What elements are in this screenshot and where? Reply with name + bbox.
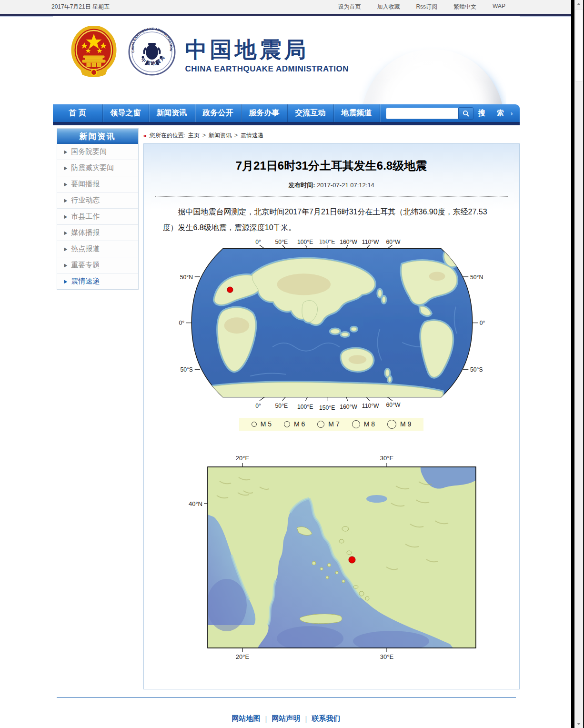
magnitude-circle-icon: [317, 421, 324, 428]
svg-text:40°N: 40°N: [188, 500, 202, 507]
sidebar-item-disaster-reduction[interactable]: ▶ 防震减灾要闻: [57, 160, 138, 176]
sidebar-item-hot-topics[interactable]: ▶ 热点报道: [57, 241, 138, 257]
site-footer: 网站地图 | 网站声明 | 联系我们 中华人民共和国计算机信息网络国际联网单位备…: [53, 714, 520, 728]
svg-text:100°E: 100°E: [297, 240, 312, 245]
sidebar-item-earthquake-express[interactable]: ▶ 震情速递: [57, 273, 138, 289]
cea-seal-logo: CHINA EARTHQUAKE ADMINISTRATION 中 国 地 震 …: [128, 27, 176, 79]
triangle-right-icon: ▶: [64, 246, 67, 252]
svg-text:60°W: 60°W: [386, 402, 400, 408]
sidebar-item-special-topics[interactable]: ▶ 重要专题: [57, 257, 138, 273]
epicenter-marker-region: [349, 556, 355, 563]
rss-link[interactable]: Rss订阅: [416, 3, 437, 11]
breadcrumb-current[interactable]: 震情速递: [241, 131, 263, 140]
svg-text:0°: 0°: [255, 240, 261, 245]
search-arrow-icon[interactable]: ›: [511, 110, 513, 117]
footer-statement-link[interactable]: 网站声明: [272, 714, 301, 723]
earth-globe-image: [359, 45, 506, 104]
utility-links: 设为首页 加入收藏 Rss订阅 繁體中文 WAP: [338, 3, 505, 11]
svg-text:110°W: 110°W: [362, 403, 379, 409]
sidebar-item-headlines[interactable]: ▶ 要闻播报: [57, 176, 138, 192]
magnitude-legend: M 5 M 6 M 7 M 8 M 9: [239, 418, 424, 431]
browser-viewport: 2017年7月21日 星期五 设为首页 加入收藏 Rss订阅 繁體中文 WAP: [0, 0, 572, 728]
sidebar-item-label: 重要专题: [71, 261, 100, 270]
nav-leadership[interactable]: 领导之窗: [103, 104, 149, 122]
scrollbar-thumb[interactable]: [575, 9, 583, 81]
world-map-image: 0° 50°E 100°E 150°E 160°W 110°W 60°W: [170, 240, 493, 415]
nav-earthquake-channel[interactable]: 地震频道: [334, 104, 380, 122]
svg-text:150°E: 150°E: [319, 240, 334, 245]
footer-sitemap-link[interactable]: 网站地图: [232, 714, 261, 723]
nav-services[interactable]: 服务办事: [242, 104, 288, 122]
wap-link[interactable]: WAP: [493, 3, 505, 11]
current-date: 2017年7月21日 星期五: [51, 3, 110, 11]
triangle-right-icon: ▶: [64, 279, 67, 284]
scroll-down-button[interactable]: [574, 720, 583, 728]
svg-text:150°E: 150°E: [319, 404, 334, 411]
svg-text:20°E: 20°E: [235, 653, 249, 660]
svg-text:160°W: 160°W: [340, 403, 357, 410]
sidebar-item-label: 行业动态: [71, 196, 100, 205]
breadcrumb-home[interactable]: 主页: [188, 131, 200, 140]
nav-home[interactable]: 首 页: [53, 104, 103, 122]
svg-text:50°E: 50°E: [275, 240, 288, 245]
svg-text:50°S: 50°S: [180, 366, 193, 373]
sidebar-item-media[interactable]: ▶ 媒体播报: [57, 225, 138, 241]
world-map-figure: 0° 50°E 100°E 150°E 160°W 110°W 60°W: [144, 240, 519, 431]
breadcrumb-marker-icon: »: [143, 132, 147, 139]
triangle-right-icon: ▶: [64, 149, 67, 154]
site-title-cn: 中国地震局: [185, 39, 349, 61]
nav-interaction[interactable]: 交流互动: [288, 104, 334, 122]
site-brand: 中国地震局 CHINA EARTHQUAKE ADMINISTRATION: [185, 39, 349, 74]
search-icon: [463, 110, 469, 117]
traditional-chinese-link[interactable]: 繁體中文: [453, 3, 476, 11]
sidebar-item-state-council[interactable]: ▶ 国务院要闻: [57, 144, 138, 160]
sidebar-item-label: 要闻播报: [71, 180, 100, 189]
scroll-up-icon: [577, 3, 581, 5]
magnitude-circle-icon: [284, 421, 290, 427]
vertical-scrollbar[interactable]: [571, 0, 584, 728]
scroll-down-icon: [577, 723, 581, 725]
svg-text:160°W: 160°W: [340, 240, 357, 245]
svg-text:50°N: 50°N: [180, 273, 192, 280]
site-header: CHINA EARTHQUAKE ADMINISTRATION 中 国 地 震 …: [53, 16, 520, 104]
breadcrumb-prefix: 您所在的位置:: [150, 131, 185, 140]
sidebar-title: 新闻资讯: [57, 129, 138, 144]
article-panel: 7月21日6时31分土耳其发生6.8级地震 发布时间: 2017-07-21 0…: [143, 143, 520, 689]
breadcrumb-section[interactable]: 新闻资讯: [209, 131, 232, 140]
svg-text:50°S: 50°S: [470, 366, 483, 373]
sidebar-item-label: 热点报道: [71, 244, 100, 253]
sidebar-item-city-county[interactable]: ▶ 市县工作: [57, 209, 138, 225]
breadcrumb: » 您所在的位置: 主页 > 新闻资讯 > 震情速递: [143, 129, 520, 142]
footer-contact-link[interactable]: 联系我们: [312, 714, 340, 723]
search-label[interactable]: 搜 索: [478, 109, 509, 118]
footer-divider: [57, 697, 516, 698]
search-input[interactable]: [386, 108, 458, 119]
svg-text:50°E: 50°E: [275, 403, 288, 409]
sidebar-item-label: 国务院要闻: [71, 147, 107, 156]
add-favorite-link[interactable]: 加入收藏: [377, 3, 400, 11]
publish-time: 发布时间: 2017-07-21 07:12:14: [144, 181, 519, 190]
main-nav: 首 页 领导之窗 新闻资讯 政务公开 服务办事 交流互动 地震频道 搜 索 ›: [53, 104, 520, 122]
scroll-up-button[interactable]: [574, 0, 583, 8]
news-sidebar: 新闻资讯 ▶ 国务院要闻 ▶ 防震减灾要闻 ▶ 要闻播报 ▶ 行业动态: [57, 128, 139, 290]
nav-news[interactable]: 新闻资讯: [149, 104, 195, 122]
triangle-right-icon: ▶: [64, 198, 67, 203]
triangle-right-icon: ▶: [64, 230, 67, 235]
article-body: 据中国地震台网测定，北京时间2017年7月21日6时31分在土耳其（北纬36.9…: [163, 204, 500, 236]
svg-text:0°: 0°: [255, 403, 261, 409]
triangle-right-icon: ▶: [64, 263, 67, 268]
set-homepage-link[interactable]: 设为首页: [338, 3, 361, 11]
search-area: 搜 索 ›: [386, 104, 513, 122]
magnitude-circle-icon: [352, 420, 360, 428]
nav-gov-affairs[interactable]: 政务公开: [195, 104, 242, 122]
search-button[interactable]: [458, 107, 473, 120]
sidebar-item-label: 震情速递: [71, 277, 100, 286]
sidebar-item-label: 市县工作: [71, 212, 100, 221]
sidebar-item-industry[interactable]: ▶ 行业动态: [57, 192, 138, 209]
svg-text:0°: 0°: [479, 320, 485, 326]
site-title-en: CHINA EARTHQUAKE ADMINISTRATION: [185, 64, 349, 74]
epicenter-marker-world: [227, 287, 232, 293]
region-map-image: 20°E 30°E 20°E 30°E 40°N: [186, 453, 477, 662]
svg-text:30°E: 30°E: [380, 455, 393, 462]
region-map-figure: 20°E 30°E 20°E 30°E 40°N: [144, 453, 519, 664]
